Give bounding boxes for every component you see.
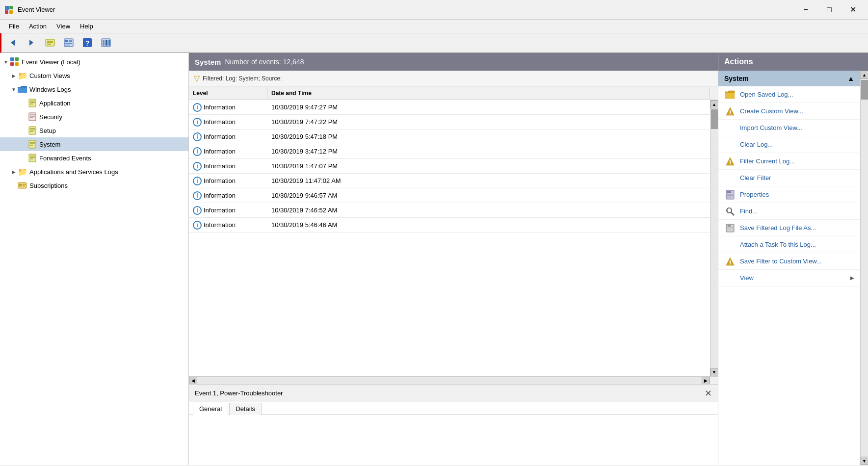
expand-arrow-custom-views: ▶ xyxy=(10,72,18,79)
action-view-button[interactable] xyxy=(97,34,115,51)
table-row[interactable]: i Information 10/30/2019 7:46:52 AM xyxy=(189,203,710,218)
info-icon: i xyxy=(193,221,202,230)
scroll-track[interactable] xyxy=(710,108,718,368)
tree-item-application[interactable]: ▶ Application xyxy=(0,96,188,110)
action-open-saved-log[interactable]: Open Saved Log... xyxy=(718,86,860,103)
filter-bar: ▽ Filtered: Log: System; Source: xyxy=(189,71,718,86)
forward-button[interactable] xyxy=(23,34,40,51)
event-details-close-button[interactable]: ✕ xyxy=(705,388,712,399)
help-button[interactable]: ? xyxy=(79,34,96,51)
svg-rect-30 xyxy=(29,113,36,121)
tab-general[interactable]: General xyxy=(193,403,228,415)
action-import-custom-view[interactable]: Import Custom View... xyxy=(718,120,860,136)
actions-scroll-up[interactable]: ▲ xyxy=(861,71,868,79)
datetime-cell: 10/30/2019 7:46:52 AM xyxy=(267,207,710,214)
event-viewer-button[interactable] xyxy=(60,34,78,51)
tree-item-setup[interactable]: ▶ Setup xyxy=(0,124,188,137)
vertical-scrollbar[interactable]: ▲ ▼ xyxy=(710,100,718,376)
actions-list: System ▲ Open Saved Log... xyxy=(718,71,860,465)
tree-item-subscriptions[interactable]: ▶ Subscriptions xyxy=(0,179,188,192)
tree-item-forwarded[interactable]: ▶ Forwarded Events xyxy=(0,151,188,165)
svg-rect-67 xyxy=(731,225,733,227)
scroll-up-arrow[interactable]: ▲ xyxy=(710,100,718,108)
tree-system-label: System xyxy=(39,141,60,148)
table-row[interactable]: i Information 10/30/2019 9:47:27 PM xyxy=(189,100,710,115)
tab-details[interactable]: Details xyxy=(229,403,262,415)
action-clear-filter-label: Clear Filter xyxy=(740,174,771,181)
tree-item-custom-views[interactable]: ▶ 📁 Custom Views xyxy=(0,69,188,82)
event-count: Number of events: 12,648 xyxy=(225,58,304,66)
table-row[interactable]: i Information 10/30/2019 3:47:12 PM xyxy=(189,144,710,159)
actions-scroll-down[interactable]: ▼ xyxy=(861,457,868,465)
col-header-level[interactable]: Level xyxy=(189,88,267,99)
filter-text: Filtered: Log: System; Source: xyxy=(203,75,282,82)
svg-point-71 xyxy=(730,263,731,264)
menu-view[interactable]: View xyxy=(52,21,75,31)
tree-item-security[interactable]: ▶ Security xyxy=(0,110,188,124)
event-rows-scroll: i Information 10/30/2019 9:47:27 PM i In… xyxy=(189,100,718,376)
action-create-custom-view[interactable]: Create Custom View... xyxy=(718,103,860,120)
action-save-filter-custom-view[interactable]: Save Filter to Custom View... xyxy=(718,253,860,270)
action-properties[interactable]: Properties xyxy=(718,186,860,203)
action-find[interactable]: Find... xyxy=(718,203,860,220)
level-label: Information xyxy=(204,221,236,229)
maximize-button[interactable]: □ xyxy=(818,2,841,18)
level-label: Information xyxy=(204,104,236,111)
svg-rect-2 xyxy=(5,10,8,14)
scroll-right-arrow[interactable]: ▶ xyxy=(702,377,710,385)
table-row[interactable]: i Information 10/30/2019 5:47:18 PM xyxy=(189,129,710,144)
action-clear-filter[interactable]: Clear Filter xyxy=(718,170,860,186)
subscriptions-icon xyxy=(18,181,27,190)
info-icon: i xyxy=(193,132,202,141)
menu-action[interactable]: Action xyxy=(24,21,52,31)
horizontal-scrollbar[interactable]: ◀ ▶ xyxy=(189,376,718,384)
table-row[interactable]: i Information 10/30/2019 9:46:57 AM xyxy=(189,188,710,203)
actions-vertical-scrollbar[interactable]: ▲ ▼ xyxy=(860,71,868,465)
level-cell: i Information xyxy=(189,206,267,215)
toolbar: ? xyxy=(0,33,868,53)
menu-file[interactable]: File xyxy=(4,21,24,31)
scroll-left-arrow[interactable]: ◀ xyxy=(189,377,197,385)
windows-logs-folder-icon xyxy=(18,84,27,94)
svg-rect-1 xyxy=(9,6,13,9)
table-row[interactable]: i Information 10/30/2019 1:47:07 PM xyxy=(189,159,710,174)
event-list-header: System Number of events: 12,648 xyxy=(189,53,718,71)
action-filter-current-log[interactable]: Filter Current Log... xyxy=(718,153,860,170)
table-row[interactable]: i Information 10/30/2019 11:47:02 AM xyxy=(189,174,710,188)
close-button[interactable]: ✕ xyxy=(842,2,864,18)
svg-rect-63 xyxy=(728,207,731,208)
action-clear-log[interactable]: Clear Log... xyxy=(718,136,860,153)
tree-item-windows-logs[interactable]: ▼ Windows Logs xyxy=(0,82,188,96)
actions-scroll-thumb[interactable] xyxy=(861,80,868,100)
minimize-button[interactable]: − xyxy=(794,2,817,18)
level-cell: i Information xyxy=(189,103,267,112)
action-save-filtered-log-label: Save Filtered Log File As... xyxy=(740,224,816,232)
scroll-down-arrow[interactable]: ▼ xyxy=(710,368,718,376)
event-details-tabs: General Details xyxy=(189,402,718,415)
menu-help[interactable]: Help xyxy=(75,21,98,31)
datetime-cell: 10/30/2019 9:47:27 PM xyxy=(267,104,710,111)
svg-rect-23 xyxy=(15,57,19,61)
scroll-thumb[interactable] xyxy=(711,109,718,129)
action-attach-task[interactable]: Attach a Task To this Log... xyxy=(718,236,860,253)
action-open-saved-log-label: Open Saved Log... xyxy=(740,91,793,98)
custom-view-button[interactable] xyxy=(41,34,59,51)
actions-scroll-track[interactable] xyxy=(861,79,868,457)
col-header-datetime[interactable]: Date and Time xyxy=(267,88,710,99)
tree-item-root[interactable]: ▼ Event Viewer (Local) xyxy=(0,55,188,69)
action-save-filtered-log[interactable]: Save Filtered Log File As... xyxy=(718,220,860,236)
table-row[interactable]: i Information 10/30/2019 5:46:46 AM xyxy=(189,218,710,233)
back-button[interactable] xyxy=(4,34,22,51)
tree-item-system[interactable]: ▶ System xyxy=(0,137,188,151)
tree-item-app-services[interactable]: ▶ 📁 Applications and Services Logs xyxy=(0,165,188,179)
action-view[interactable]: View ▶ xyxy=(718,270,860,286)
setup-log-icon xyxy=(27,126,37,135)
svg-marker-5 xyxy=(29,40,33,46)
svg-rect-15 xyxy=(65,45,70,46)
table-row[interactable]: i Information 10/30/2019 7:47:22 PM xyxy=(189,115,710,129)
app-services-folder-icon: 📁 xyxy=(18,167,27,177)
h-scroll-track[interactable] xyxy=(197,377,702,384)
action-properties-label: Properties xyxy=(740,191,769,198)
tree-security-label: Security xyxy=(39,113,62,121)
level-cell: i Information xyxy=(189,177,267,185)
